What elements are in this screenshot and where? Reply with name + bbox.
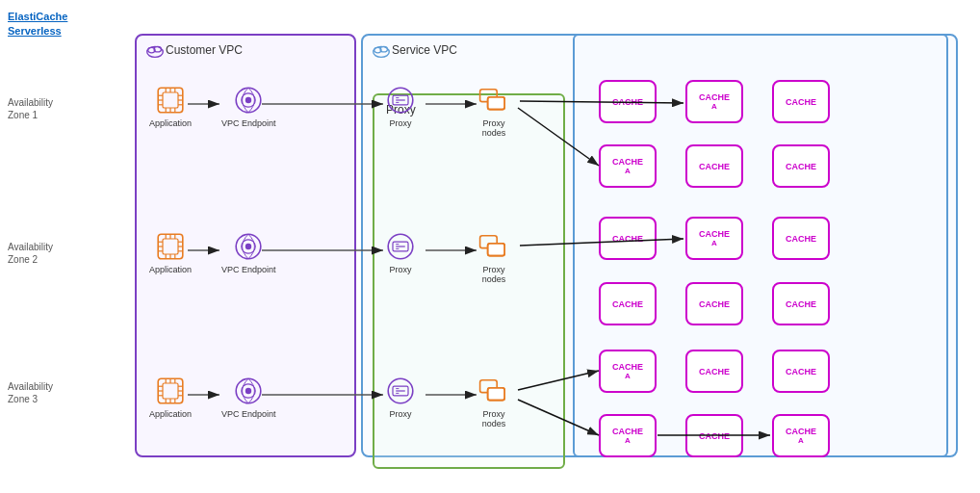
proxy-icon-az3 (385, 376, 416, 406)
cache-r2c3: CACHE (772, 144, 830, 188)
endpoint-icon-az1 (233, 85, 264, 116)
app-az2-label: Application (149, 265, 192, 274)
chip-icon-az3 (155, 376, 186, 406)
app-title: ElastiCache Serverless (8, 10, 67, 39)
app-az1-label: Application (149, 118, 192, 128)
vpc-endpoint-az3: VPC Endpoint (221, 376, 276, 419)
cache-r4c3: CACHE (772, 282, 830, 325)
svg-rect-7 (163, 92, 178, 108)
cache-r3c1: CACHE (599, 217, 657, 260)
az3-label: AvailabilityZone 3 (8, 380, 70, 405)
pnodes-icon-az1 (478, 85, 509, 116)
svg-rect-32 (163, 239, 178, 254)
endpoint-icon-az3 (233, 376, 264, 406)
cache-r1c1: CACHE (599, 80, 657, 123)
app-az3: Application (149, 376, 192, 419)
proxy-icon-az1 (385, 85, 416, 116)
cache-r5c3: CACHE (772, 350, 830, 393)
proxy-node-az1-label: Proxy (389, 118, 411, 128)
vpc-endpoint-az3-label: VPC Endpoint (221, 409, 276, 419)
cloud-icon-customer (144, 40, 166, 62)
cache-r6c3: CACHE A (772, 414, 830, 457)
svg-rect-29 (488, 97, 505, 110)
cache-r4c2: CACHE (685, 282, 743, 325)
vpc-endpoint-az1: VPC Endpoint (221, 85, 276, 128)
app-az3-label: Application (149, 409, 192, 419)
proxy-node-az1: Proxy (385, 85, 416, 128)
az2-label: AvailabilityZone 2 (8, 241, 70, 266)
cache-r1c2: CACHE A (685, 80, 743, 123)
svg-rect-79 (488, 388, 505, 401)
cache-r2c1: CACHE A (599, 144, 657, 188)
app-az2: Application (149, 231, 192, 274)
proxy-node-az2: Proxy (385, 231, 416, 274)
proxy-node-az3: Proxy (385, 376, 416, 419)
cache-r4c1: CACHE (599, 282, 657, 325)
pnodes-icon-az3 (478, 376, 509, 406)
proxy-nodes-az2-label: Proxynodes (482, 265, 506, 284)
service-vpc-label: Service VPC (392, 43, 457, 57)
endpoint-icon-az2 (233, 231, 264, 262)
main-container: ElastiCache Serverless Customer VPC Serv… (0, 0, 980, 493)
cache-r5c2: CACHE (685, 350, 743, 393)
proxy-nodes-az3: Proxynodes (478, 376, 509, 428)
vpc-endpoint-az2-label: VPC Endpoint (221, 265, 276, 274)
svg-rect-54 (488, 244, 505, 256)
cache-r3c2: CACHE A (685, 217, 743, 260)
cache-r1c3: CACHE (772, 80, 830, 123)
proxy-node-az2-label: Proxy (389, 265, 411, 274)
proxy-icon-az2 (385, 231, 416, 262)
title-line2: Serverless (8, 24, 67, 39)
az1-label: AvailabilityZone 1 (8, 96, 70, 121)
cache-r6c2: CACHE (685, 414, 743, 457)
svg-rect-57 (163, 383, 178, 399)
pnodes-icon-az2 (478, 231, 509, 262)
cache-r3c3: CACHE (772, 217, 830, 260)
svg-point-22 (245, 97, 251, 103)
customer-vpc-label: Customer VPC (166, 43, 243, 57)
title-line1: ElastiCache (8, 10, 67, 24)
svg-point-72 (245, 388, 251, 394)
vpc-endpoint-az1-label: VPC Endpoint (221, 118, 276, 128)
cache-r6c1: CACHE A (599, 414, 657, 457)
cache-r2c2: CACHE (685, 144, 743, 188)
proxy-node-az3-label: Proxy (389, 409, 411, 419)
svg-point-47 (245, 244, 251, 249)
cache-r5c1: CACHE A (599, 350, 657, 393)
proxy-nodes-az1-label: Proxynodes (482, 118, 506, 138)
app-az1: Application (149, 85, 192, 128)
chip-icon-az2 (155, 231, 186, 262)
proxy-nodes-az3-label: Proxynodes (482, 409, 506, 428)
cloud-icon-service (371, 40, 392, 62)
proxy-nodes-az1: Proxynodes (478, 85, 509, 138)
vpc-endpoint-az2: VPC Endpoint (221, 231, 276, 274)
proxy-nodes-az2: Proxynodes (478, 231, 509, 284)
chip-icon-az1 (155, 85, 186, 116)
